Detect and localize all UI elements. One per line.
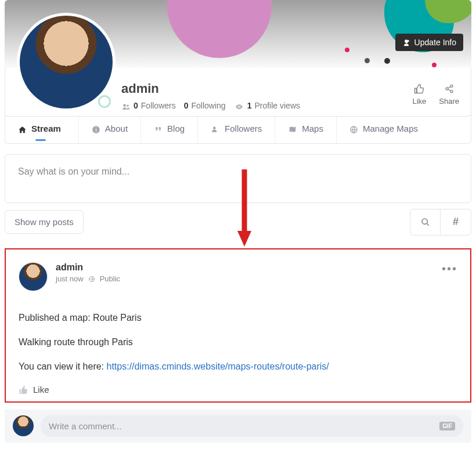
like-label: Like <box>412 97 426 106</box>
show-my-posts-button[interactable]: Show my posts <box>5 210 84 234</box>
svg-point-0 <box>123 104 126 107</box>
post-link[interactable]: https://dimas.cminds.website/maps-routes… <box>107 361 329 371</box>
tab-followers[interactable]: Followers <box>198 114 275 143</box>
composer-placeholder: Say what is on your mind... <box>18 166 129 176</box>
post-author-name[interactable]: admin <box>56 262 120 273</box>
views-label: Profile views <box>254 101 300 110</box>
post-line-3: You can view it here: https://dimas.cmin… <box>19 360 457 374</box>
people-icon <box>121 101 131 110</box>
share-profile-button[interactable]: Share <box>439 82 459 106</box>
search-posts-button[interactable] <box>410 209 441 235</box>
following-label: Following <box>192 101 226 110</box>
tab-about-label: About <box>105 124 128 133</box>
post-line-2: Walking route through Paris <box>19 335 457 349</box>
globe-icon <box>349 124 358 134</box>
following-stat[interactable]: 0 Following <box>184 101 226 110</box>
post-card: admin just now Public ••• Published a ma… <box>5 248 471 403</box>
presence-indicator <box>98 95 111 108</box>
views-stat: 1 Profile views <box>234 101 300 110</box>
tab-maps[interactable]: Maps <box>275 114 337 143</box>
tab-blog[interactable]: Blog <box>141 114 198 143</box>
followers-count: 0 <box>134 101 138 110</box>
post-body: Published a map: Route Paris Walking rou… <box>19 311 457 374</box>
post-like-button[interactable]: Like <box>19 384 457 396</box>
tab-stream-label: Stream <box>31 124 61 133</box>
post-visibility: Public <box>100 274 120 283</box>
comment-input[interactable]: Write a comment... GIF <box>41 415 463 437</box>
eye-icon <box>234 101 244 110</box>
share-icon <box>445 82 454 95</box>
info-icon <box>92 124 100 134</box>
following-count: 0 <box>184 101 189 110</box>
followers-label: Followers <box>141 101 176 110</box>
like-profile-button[interactable]: Like <box>412 82 426 106</box>
tab-manage-maps-label: Manage Maps <box>363 124 418 133</box>
thumbs-up-icon <box>19 384 28 396</box>
svg-point-9 <box>422 219 427 224</box>
svg-point-7 <box>213 127 216 130</box>
globe-icon <box>88 274 95 283</box>
user-edit-icon <box>402 38 410 47</box>
tab-maps-label: Maps <box>302 124 323 133</box>
thumbs-up-icon <box>414 82 424 95</box>
post-menu-button[interactable]: ••• <box>442 262 457 276</box>
status-composer[interactable]: Say what is on your mind... <box>5 154 471 203</box>
search-icon <box>421 216 430 228</box>
hashtag-icon: # <box>453 216 459 228</box>
svg-point-1 <box>127 104 129 107</box>
home-icon <box>18 124 27 134</box>
avatar-container[interactable] <box>17 13 116 111</box>
tab-about[interactable]: About <box>79 114 141 143</box>
post-timestamp: just now <box>56 274 84 283</box>
tab-followers-label: Followers <box>225 124 262 133</box>
svg-point-2 <box>238 106 239 107</box>
post-author-avatar[interactable] <box>19 262 48 291</box>
map-icon <box>288 124 297 133</box>
comment-placeholder: Write a comment... <box>49 421 122 431</box>
update-info-button[interactable]: Update Info <box>395 34 463 51</box>
share-label: Share <box>439 97 459 106</box>
quote-icon <box>154 124 163 133</box>
update-info-label: Update Info <box>414 38 456 47</box>
profile-name: admin <box>121 81 300 96</box>
tab-manage-maps[interactable]: Manage Maps <box>337 114 431 143</box>
profile-avatar <box>20 16 113 108</box>
followers-stat[interactable]: 0 Followers <box>121 101 176 110</box>
post-link-prefix: You can view it here: <box>19 361 107 371</box>
comment-user-avatar[interactable] <box>13 415 34 436</box>
gif-button[interactable]: GIF <box>439 422 455 430</box>
post-like-label: Like <box>33 385 49 394</box>
views-count: 1 <box>247 101 252 110</box>
post-line-1: Published a map: Route Paris <box>19 311 457 325</box>
profile-stats: 0 Followers 0 Following 1 Profile views <box>121 101 300 110</box>
profile-tabs: Stream About Blog Followers Maps Manage … <box>5 114 471 144</box>
svg-point-5 <box>450 90 453 92</box>
comment-bar: Write a comment... GIF <box>5 410 471 443</box>
svg-point-4 <box>446 88 448 90</box>
user-plus-icon <box>211 124 220 133</box>
svg-point-3 <box>450 85 453 87</box>
profile-header: admin 0 Followers 0 Following 1 Profile … <box>5 68 471 117</box>
hashtag-button[interactable]: # <box>441 209 471 235</box>
tab-blog-label: Blog <box>167 124 185 133</box>
tab-stream[interactable]: Stream <box>5 114 79 143</box>
